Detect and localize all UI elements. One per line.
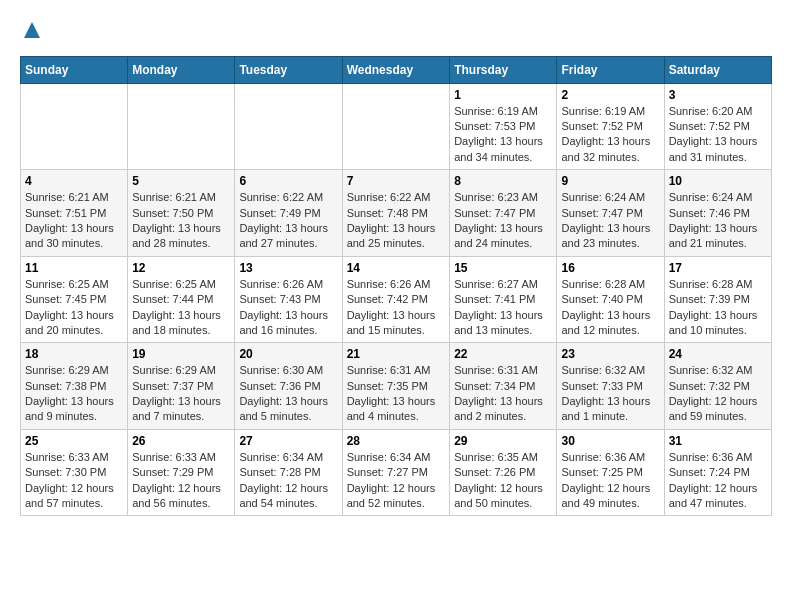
header-day: Saturday bbox=[664, 56, 771, 83]
day-info: Sunrise: 6:33 AM Sunset: 7:30 PM Dayligh… bbox=[25, 450, 123, 512]
day-info: Sunrise: 6:29 AM Sunset: 7:37 PM Dayligh… bbox=[132, 363, 230, 425]
day-number: 2 bbox=[561, 88, 659, 102]
header-day: Friday bbox=[557, 56, 664, 83]
day-info: Sunrise: 6:33 AM Sunset: 7:29 PM Dayligh… bbox=[132, 450, 230, 512]
calendar-cell: 29Sunrise: 6:35 AM Sunset: 7:26 PM Dayli… bbox=[450, 429, 557, 516]
calendar-cell: 2Sunrise: 6:19 AM Sunset: 7:52 PM Daylig… bbox=[557, 83, 664, 170]
calendar-cell bbox=[342, 83, 450, 170]
day-info: Sunrise: 6:24 AM Sunset: 7:46 PM Dayligh… bbox=[669, 190, 767, 252]
day-number: 21 bbox=[347, 347, 446, 361]
header-day: Tuesday bbox=[235, 56, 342, 83]
calendar-cell: 28Sunrise: 6:34 AM Sunset: 7:27 PM Dayli… bbox=[342, 429, 450, 516]
calendar-cell: 13Sunrise: 6:26 AM Sunset: 7:43 PM Dayli… bbox=[235, 256, 342, 343]
day-info: Sunrise: 6:29 AM Sunset: 7:38 PM Dayligh… bbox=[25, 363, 123, 425]
day-info: Sunrise: 6:23 AM Sunset: 7:47 PM Dayligh… bbox=[454, 190, 552, 252]
calendar-cell: 12Sunrise: 6:25 AM Sunset: 7:44 PM Dayli… bbox=[128, 256, 235, 343]
calendar-cell: 22Sunrise: 6:31 AM Sunset: 7:34 PM Dayli… bbox=[450, 343, 557, 430]
calendar-cell: 31Sunrise: 6:36 AM Sunset: 7:24 PM Dayli… bbox=[664, 429, 771, 516]
day-number: 20 bbox=[239, 347, 337, 361]
calendar-week-row: 18Sunrise: 6:29 AM Sunset: 7:38 PM Dayli… bbox=[21, 343, 772, 430]
day-info: Sunrise: 6:20 AM Sunset: 7:52 PM Dayligh… bbox=[669, 104, 767, 166]
day-number: 13 bbox=[239, 261, 337, 275]
day-number: 22 bbox=[454, 347, 552, 361]
calendar-cell: 24Sunrise: 6:32 AM Sunset: 7:32 PM Dayli… bbox=[664, 343, 771, 430]
calendar-cell bbox=[21, 83, 128, 170]
calendar-cell: 10Sunrise: 6:24 AM Sunset: 7:46 PM Dayli… bbox=[664, 170, 771, 257]
day-info: Sunrise: 6:36 AM Sunset: 7:25 PM Dayligh… bbox=[561, 450, 659, 512]
day-info: Sunrise: 6:36 AM Sunset: 7:24 PM Dayligh… bbox=[669, 450, 767, 512]
day-number: 30 bbox=[561, 434, 659, 448]
logo-icon bbox=[22, 20, 42, 40]
day-info: Sunrise: 6:24 AM Sunset: 7:47 PM Dayligh… bbox=[561, 190, 659, 252]
day-number: 10 bbox=[669, 174, 767, 188]
day-info: Sunrise: 6:21 AM Sunset: 7:50 PM Dayligh… bbox=[132, 190, 230, 252]
day-info: Sunrise: 6:34 AM Sunset: 7:27 PM Dayligh… bbox=[347, 450, 446, 512]
calendar-cell: 27Sunrise: 6:34 AM Sunset: 7:28 PM Dayli… bbox=[235, 429, 342, 516]
day-number: 8 bbox=[454, 174, 552, 188]
calendar-cell: 1Sunrise: 6:19 AM Sunset: 7:53 PM Daylig… bbox=[450, 83, 557, 170]
calendar-cell: 7Sunrise: 6:22 AM Sunset: 7:48 PM Daylig… bbox=[342, 170, 450, 257]
day-info: Sunrise: 6:22 AM Sunset: 7:48 PM Dayligh… bbox=[347, 190, 446, 252]
day-number: 29 bbox=[454, 434, 552, 448]
header-day: Monday bbox=[128, 56, 235, 83]
day-info: Sunrise: 6:35 AM Sunset: 7:26 PM Dayligh… bbox=[454, 450, 552, 512]
day-info: Sunrise: 6:19 AM Sunset: 7:53 PM Dayligh… bbox=[454, 104, 552, 166]
day-number: 15 bbox=[454, 261, 552, 275]
calendar-cell: 20Sunrise: 6:30 AM Sunset: 7:36 PM Dayli… bbox=[235, 343, 342, 430]
day-info: Sunrise: 6:28 AM Sunset: 7:39 PM Dayligh… bbox=[669, 277, 767, 339]
header-day: Thursday bbox=[450, 56, 557, 83]
day-info: Sunrise: 6:31 AM Sunset: 7:35 PM Dayligh… bbox=[347, 363, 446, 425]
day-info: Sunrise: 6:21 AM Sunset: 7:51 PM Dayligh… bbox=[25, 190, 123, 252]
calendar-cell: 14Sunrise: 6:26 AM Sunset: 7:42 PM Dayli… bbox=[342, 256, 450, 343]
day-info: Sunrise: 6:31 AM Sunset: 7:34 PM Dayligh… bbox=[454, 363, 552, 425]
calendar-cell: 16Sunrise: 6:28 AM Sunset: 7:40 PM Dayli… bbox=[557, 256, 664, 343]
day-number: 11 bbox=[25, 261, 123, 275]
calendar-cell: 4Sunrise: 6:21 AM Sunset: 7:51 PM Daylig… bbox=[21, 170, 128, 257]
day-number: 14 bbox=[347, 261, 446, 275]
calendar-cell: 9Sunrise: 6:24 AM Sunset: 7:47 PM Daylig… bbox=[557, 170, 664, 257]
day-number: 16 bbox=[561, 261, 659, 275]
calendar-cell: 15Sunrise: 6:27 AM Sunset: 7:41 PM Dayli… bbox=[450, 256, 557, 343]
calendar-cell: 6Sunrise: 6:22 AM Sunset: 7:49 PM Daylig… bbox=[235, 170, 342, 257]
day-number: 7 bbox=[347, 174, 446, 188]
calendar-cell: 18Sunrise: 6:29 AM Sunset: 7:38 PM Dayli… bbox=[21, 343, 128, 430]
header-day: Sunday bbox=[21, 56, 128, 83]
day-number: 19 bbox=[132, 347, 230, 361]
calendar-cell bbox=[235, 83, 342, 170]
calendar-week-row: 11Sunrise: 6:25 AM Sunset: 7:45 PM Dayli… bbox=[21, 256, 772, 343]
calendar-week-row: 4Sunrise: 6:21 AM Sunset: 7:51 PM Daylig… bbox=[21, 170, 772, 257]
day-number: 25 bbox=[25, 434, 123, 448]
calendar-cell: 26Sunrise: 6:33 AM Sunset: 7:29 PM Dayli… bbox=[128, 429, 235, 516]
page-header bbox=[20, 20, 772, 46]
day-number: 24 bbox=[669, 347, 767, 361]
day-number: 26 bbox=[132, 434, 230, 448]
day-info: Sunrise: 6:27 AM Sunset: 7:41 PM Dayligh… bbox=[454, 277, 552, 339]
day-number: 27 bbox=[239, 434, 337, 448]
svg-marker-0 bbox=[24, 22, 40, 38]
day-number: 17 bbox=[669, 261, 767, 275]
calendar-header: SundayMondayTuesdayWednesdayThursdayFrid… bbox=[21, 56, 772, 83]
day-number: 1 bbox=[454, 88, 552, 102]
calendar-cell: 3Sunrise: 6:20 AM Sunset: 7:52 PM Daylig… bbox=[664, 83, 771, 170]
day-info: Sunrise: 6:26 AM Sunset: 7:42 PM Dayligh… bbox=[347, 277, 446, 339]
calendar-cell: 17Sunrise: 6:28 AM Sunset: 7:39 PM Dayli… bbox=[664, 256, 771, 343]
calendar-cell: 25Sunrise: 6:33 AM Sunset: 7:30 PM Dayli… bbox=[21, 429, 128, 516]
day-number: 28 bbox=[347, 434, 446, 448]
day-info: Sunrise: 6:25 AM Sunset: 7:45 PM Dayligh… bbox=[25, 277, 123, 339]
day-number: 6 bbox=[239, 174, 337, 188]
day-info: Sunrise: 6:25 AM Sunset: 7:44 PM Dayligh… bbox=[132, 277, 230, 339]
day-number: 18 bbox=[25, 347, 123, 361]
day-number: 12 bbox=[132, 261, 230, 275]
day-number: 9 bbox=[561, 174, 659, 188]
logo bbox=[20, 20, 42, 46]
calendar-cell: 5Sunrise: 6:21 AM Sunset: 7:50 PM Daylig… bbox=[128, 170, 235, 257]
calendar-cell: 19Sunrise: 6:29 AM Sunset: 7:37 PM Dayli… bbox=[128, 343, 235, 430]
day-number: 5 bbox=[132, 174, 230, 188]
day-info: Sunrise: 6:22 AM Sunset: 7:49 PM Dayligh… bbox=[239, 190, 337, 252]
day-info: Sunrise: 6:19 AM Sunset: 7:52 PM Dayligh… bbox=[561, 104, 659, 166]
calendar-cell bbox=[128, 83, 235, 170]
day-info: Sunrise: 6:32 AM Sunset: 7:32 PM Dayligh… bbox=[669, 363, 767, 425]
header-day: Wednesday bbox=[342, 56, 450, 83]
day-number: 31 bbox=[669, 434, 767, 448]
calendar-cell: 11Sunrise: 6:25 AM Sunset: 7:45 PM Dayli… bbox=[21, 256, 128, 343]
